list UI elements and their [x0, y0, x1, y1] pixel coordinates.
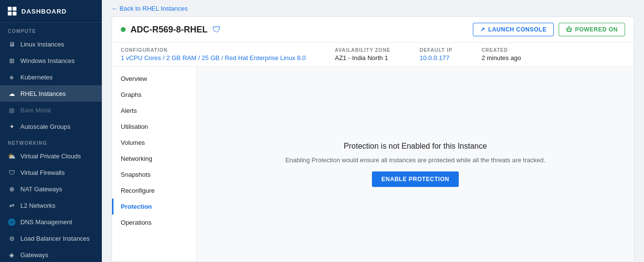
main-content: ← Back to RHEL Instances ADC-R569-8-RHEL… — [102, 0, 644, 262]
nav-item-networking[interactable]: Networking — [112, 151, 196, 167]
meta-created: CREATED 2 minutes ago — [482, 47, 521, 62]
sidebar-item-kubernetes[interactable]: ⎈ Kubernetes — [0, 69, 102, 85]
sidebar-item-dns-management[interactable]: 🌐 DNS Management — [0, 214, 102, 230]
sidebar-label-windows-instances: Windows Instances — [20, 57, 75, 64]
networking-section-label: NETWORKING — [0, 135, 102, 148]
sidebar-label-vpc: Virtual Private Clouds — [20, 153, 81, 160]
sidebar-item-nat-gateways[interactable]: ⊕ NAT Gateways — [0, 181, 102, 197]
compute-section-label: COMPUTE — [0, 23, 102, 36]
windows-icon: ⊞ — [8, 57, 16, 64]
autoscale-icon: ✦ — [8, 123, 16, 130]
sidebar-item-autoscale-groups[interactable]: ✦ Autoscale Groups — [0, 118, 102, 135]
az-value: AZ1 - India North 1 — [335, 54, 391, 62]
linux-icon: 🖥 — [8, 40, 16, 48]
sidebar-item-virtual-private-clouds[interactable]: ⛅ Virtual Private Clouds — [0, 148, 102, 164]
instance-title-group: ADC-R569-8-RHEL 🛡 — [121, 25, 221, 35]
nav-item-operations[interactable]: Operations — [112, 215, 196, 231]
sidebar-item-load-balancer[interactable]: ⊜ Load Balancer Instances — [0, 230, 102, 247]
status-dot — [121, 27, 126, 32]
instance-meta: CONFIGURATION 1 vCPU Cores / 2 GB RAM / … — [112, 43, 634, 67]
sidebar-header: DASHBOARD — [0, 0, 102, 23]
rhel-icon: ☁ — [8, 90, 16, 97]
meta-availability-zone: AVAILABILITY ZONE AZ1 - India North 1 — [335, 47, 391, 62]
created-label: CREATED — [482, 47, 521, 53]
gateways-icon: ◈ — [8, 251, 16, 259]
instance-header: ADC-R569-8-RHEL 🛡 ↗ LAUNCH CONSOLE ⏻ POW… — [112, 17, 634, 43]
powered-on-button[interactable]: ⏻ POWERED ON — [559, 23, 625, 36]
dashboard-icon — [8, 7, 16, 15]
sidebar-title: DASHBOARD — [21, 8, 67, 15]
firewall-icon: 🛡 — [8, 169, 16, 176]
sidebar-label-load-balancer: Load Balancer Instances — [20, 235, 90, 242]
sidebar-label-kubernetes: Kubernetes — [20, 74, 53, 81]
external-link-icon: ↗ — [480, 26, 485, 33]
sidebar-label-linux-instances: Linux Instances — [20, 41, 64, 48]
kubernetes-icon: ⎈ — [8, 73, 16, 81]
power-icon: ⏻ — [566, 26, 572, 33]
launch-console-label: LAUNCH CONSOLE — [488, 26, 547, 33]
configuration-value: 1 vCPU Cores / 2 GB RAM / 25 GB / Red Ha… — [121, 54, 306, 62]
protection-title: Protection is not Enabled for this Insta… — [344, 142, 487, 151]
meta-default-ip: DEFAULT IP 10.0.0.177 — [419, 47, 452, 62]
powered-on-label: POWERED ON — [575, 26, 618, 33]
launch-console-button[interactable]: ↗ LAUNCH CONSOLE — [473, 23, 554, 36]
bare-metal-icon: ▦ — [8, 106, 16, 114]
configuration-label: CONFIGURATION — [121, 47, 306, 53]
instance-card: ADC-R569-8-RHEL 🛡 ↗ LAUNCH CONSOLE ⏻ POW… — [112, 16, 634, 262]
nav-item-volumes[interactable]: Volumes — [112, 135, 196, 151]
sidebar-label-l2-networks: L2 Networks — [20, 202, 55, 209]
sidebar-label-gateways: Gateways — [20, 251, 48, 259]
instance-side-nav: Overview Graphs Alerts Utilisation Volum… — [112, 67, 197, 262]
vpc-icon: ⛅ — [8, 152, 16, 160]
sidebar-label-nat-gateways: NAT Gateways — [20, 185, 62, 193]
breadcrumb-back-link[interactable]: ← Back to RHEL Instances — [112, 5, 188, 12]
sidebar-label-autoscale-groups: Autoscale Groups — [20, 123, 70, 130]
shield-icon: 🛡 — [212, 25, 221, 35]
nav-item-alerts[interactable]: Alerts — [112, 103, 196, 119]
sidebar-item-l2-networks[interactable]: ⇌ L2 Networks — [0, 197, 102, 214]
sidebar-item-rhel-instances[interactable]: ☁ RHEL Instances — [0, 85, 102, 102]
nat-icon: ⊕ — [8, 185, 16, 193]
nav-item-snapshots[interactable]: Snapshots — [112, 167, 196, 183]
protection-subtitle: Enabling Protection would ensure all ins… — [285, 156, 545, 164]
nav-item-utilisation[interactable]: Utilisation — [112, 119, 196, 135]
nav-item-graphs[interactable]: Graphs — [112, 87, 196, 103]
ip-value: 10.0.0.177 — [419, 54, 452, 62]
breadcrumb-bar: ← Back to RHEL Instances — [102, 0, 644, 16]
nav-item-reconfigure[interactable]: Reconfigure — [112, 183, 196, 199]
sidebar-item-gateways[interactable]: ◈ Gateways — [0, 247, 102, 262]
enable-protection-button[interactable]: ENABLE PROTECTION — [372, 171, 459, 187]
sidebar-item-virtual-firewalls[interactable]: 🛡 Virtual Firewalls — [0, 164, 102, 181]
nav-item-protection[interactable]: Protection — [112, 199, 196, 215]
protection-content: Protection is not Enabled for this Insta… — [197, 67, 634, 262]
l2-icon: ⇌ — [8, 201, 16, 209]
sidebar-label-dns-management: DNS Management — [20, 218, 72, 226]
meta-configuration: CONFIGURATION 1 vCPU Cores / 2 GB RAM / … — [121, 47, 306, 62]
created-value: 2 minutes ago — [482, 54, 521, 62]
dns-icon: 🌐 — [8, 218, 16, 226]
nav-item-overview[interactable]: Overview — [112, 71, 196, 87]
ip-label: DEFAULT IP — [419, 47, 452, 53]
sidebar-label-bare-metal: Bare Metal — [20, 107, 51, 114]
instance-body: Overview Graphs Alerts Utilisation Volum… — [112, 67, 634, 262]
sidebar-item-linux-instances[interactable]: 🖥 Linux Instances — [0, 36, 102, 52]
sidebar-label-rhel-instances: RHEL Instances — [20, 90, 65, 97]
instance-name: ADC-R569-8-RHEL — [130, 25, 208, 35]
sidebar: DASHBOARD COMPUTE 🖥 Linux Instances ⊞ Wi… — [0, 0, 102, 262]
sidebar-item-bare-metal: ▦ Bare Metal — [0, 102, 102, 118]
sidebar-label-virtual-firewalls: Virtual Firewalls — [20, 169, 65, 176]
sidebar-item-windows-instances[interactable]: ⊞ Windows Instances — [0, 52, 102, 69]
load-balancer-icon: ⊜ — [8, 234, 16, 242]
az-label: AVAILABILITY ZONE — [335, 47, 391, 53]
header-actions: ↗ LAUNCH CONSOLE ⏻ POWERED ON — [473, 23, 625, 36]
